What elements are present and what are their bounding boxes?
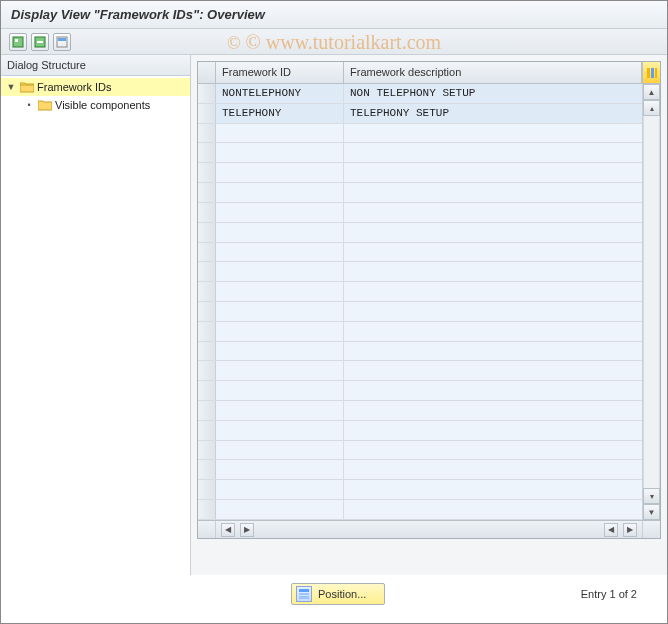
cell-empty (344, 460, 642, 479)
scroll-up-icon[interactable]: ▲ (643, 84, 660, 100)
table-row[interactable] (198, 361, 642, 381)
svg-rect-7 (651, 68, 654, 78)
table-row[interactable] (198, 480, 642, 500)
row-selector[interactable] (198, 183, 216, 202)
row-selector[interactable] (198, 441, 216, 460)
cell-empty (344, 421, 642, 440)
cell-empty (216, 421, 344, 440)
row-selector[interactable] (198, 421, 216, 440)
hscroll-right-icon[interactable]: ▶ (240, 523, 254, 537)
row-selector[interactable] (198, 302, 216, 321)
table-config-icon[interactable] (642, 62, 660, 83)
table-row[interactable] (198, 302, 642, 322)
scroll-up2-icon[interactable]: ▴ (643, 100, 660, 116)
cell-framework-desc: NON TELEPHONY SETUP (344, 84, 642, 103)
cell-empty (216, 183, 344, 202)
table-row[interactable] (198, 124, 642, 144)
svg-rect-8 (655, 68, 657, 78)
table-row[interactable] (198, 282, 642, 302)
tree-node-framework-ids[interactable]: ▼ Framework IDs (1, 78, 190, 96)
cell-empty (216, 163, 344, 182)
horizontal-scrollbar[interactable]: ◀ ▶ ◀ ▶ (198, 520, 660, 538)
table-row[interactable] (198, 143, 642, 163)
cell-empty (216, 381, 344, 400)
table-row[interactable]: NONTELEPHONYNON TELEPHONY SETUP (198, 84, 642, 104)
cell-framework-id: NONTELEPHONY (216, 84, 344, 103)
cell-empty (344, 401, 642, 420)
vertical-scrollbar[interactable]: ▲ ▴ ▾ ▼ (642, 84, 660, 520)
table-row[interactable] (198, 223, 642, 243)
row-selector[interactable] (198, 361, 216, 380)
tree-node-visible-components[interactable]: • Visible components (1, 96, 190, 114)
svg-rect-10 (299, 593, 309, 595)
tree-label-root: Framework IDs (37, 81, 112, 93)
svg-rect-3 (37, 41, 43, 43)
entry-counter: Entry 1 of 2 (581, 588, 637, 600)
table-row[interactable] (198, 401, 642, 421)
row-selector[interactable] (198, 322, 216, 341)
toolbar-btn-3[interactable] (53, 33, 71, 51)
cell-empty (344, 203, 642, 222)
cell-empty (344, 262, 642, 281)
row-selector[interactable] (198, 460, 216, 479)
table-row[interactable] (198, 163, 642, 183)
row-selector[interactable] (198, 143, 216, 162)
cell-empty (216, 124, 344, 143)
cell-empty (216, 480, 344, 499)
position-button[interactable]: Position... (291, 583, 385, 605)
position-icon (296, 586, 312, 602)
row-selector[interactable] (198, 124, 216, 143)
row-selector[interactable] (198, 243, 216, 262)
table-row[interactable] (198, 203, 642, 223)
grid-panel: Framework ID Framework description NONTE… (191, 55, 667, 575)
row-selector[interactable] (198, 401, 216, 420)
table-row[interactable] (198, 322, 642, 342)
row-selector[interactable] (198, 203, 216, 222)
svg-rect-5 (58, 38, 66, 41)
folder-icon (38, 99, 52, 111)
scroll-down-icon[interactable]: ▼ (643, 504, 660, 520)
cell-empty (344, 163, 642, 182)
row-selector[interactable] (198, 381, 216, 400)
column-header-framework-id[interactable]: Framework ID (216, 62, 344, 83)
hscroll-left2-icon[interactable]: ◀ (604, 523, 618, 537)
cell-empty (216, 441, 344, 460)
row-selector[interactable] (198, 500, 216, 519)
table-row[interactable]: TELEPHONYTELEPHONY SETUP (198, 104, 642, 124)
tree-toggle-icon[interactable]: ▼ (5, 82, 17, 92)
table-row[interactable] (198, 500, 642, 520)
hscroll-left-icon[interactable]: ◀ (221, 523, 235, 537)
row-selector[interactable] (198, 282, 216, 301)
table-row[interactable] (198, 421, 642, 441)
row-selector[interactable] (198, 223, 216, 242)
position-button-label: Position... (318, 588, 366, 600)
cell-empty (344, 282, 642, 301)
cell-empty (344, 441, 642, 460)
table-row[interactable] (198, 243, 642, 263)
row-selector[interactable] (198, 342, 216, 361)
folder-open-icon (20, 81, 34, 93)
cell-empty (344, 183, 642, 202)
table-row[interactable] (198, 342, 642, 362)
hscroll-right2-icon[interactable]: ▶ (623, 523, 637, 537)
cell-empty (216, 223, 344, 242)
table-row[interactable] (198, 441, 642, 461)
toolbar-btn-2[interactable] (31, 33, 49, 51)
row-selector[interactable] (198, 104, 216, 123)
column-header-framework-desc[interactable]: Framework description (344, 62, 642, 83)
cell-empty (344, 223, 642, 242)
row-selector[interactable] (198, 262, 216, 281)
table-row[interactable] (198, 183, 642, 203)
row-selector-header[interactable] (198, 62, 216, 83)
row-selector[interactable] (198, 163, 216, 182)
cell-empty (216, 460, 344, 479)
cell-empty (344, 480, 642, 499)
table-row[interactable] (198, 381, 642, 401)
row-selector[interactable] (198, 84, 216, 103)
cell-empty (216, 401, 344, 420)
table-row[interactable] (198, 460, 642, 480)
scroll-down2-icon[interactable]: ▾ (643, 488, 660, 504)
row-selector[interactable] (198, 480, 216, 499)
toolbar-btn-1[interactable] (9, 33, 27, 51)
table-row[interactable] (198, 262, 642, 282)
